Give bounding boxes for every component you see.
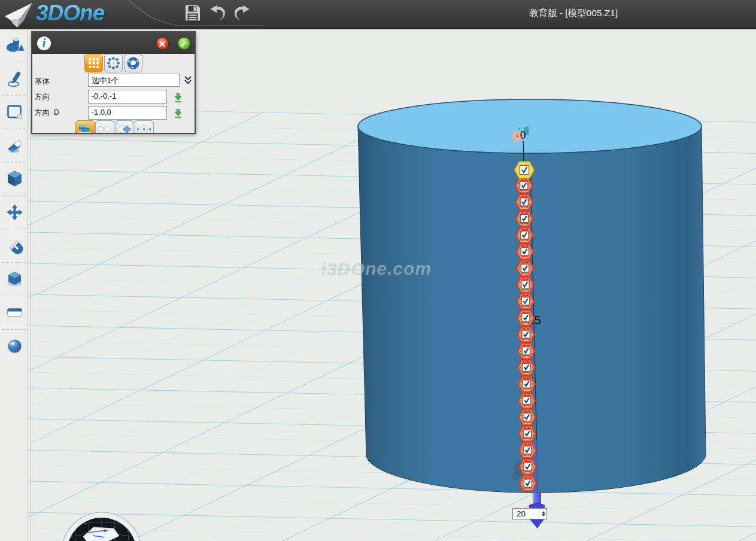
svg-text:.5: .5 — [531, 314, 541, 327]
svg-text:0: 0 — [520, 129, 526, 141]
